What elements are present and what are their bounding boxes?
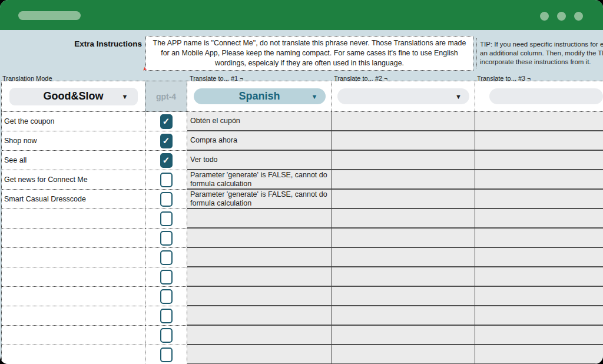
source-text-cell[interactable] bbox=[2, 248, 145, 267]
translation-3-cell[interactable] bbox=[475, 326, 603, 345]
source-text-cell[interactable] bbox=[2, 229, 145, 248]
table-row bbox=[2, 209, 603, 229]
source-text-cell[interactable] bbox=[2, 345, 145, 364]
tip-line: an additional column. Then, modify the T… bbox=[480, 49, 603, 58]
dropdown-row: Good&Slow ▼ gpt-4 Spanish ▼ ▼ bbox=[1, 81, 603, 112]
row-checkbox[interactable] bbox=[160, 231, 173, 246]
row-checkbox[interactable] bbox=[160, 192, 173, 207]
row-checkbox[interactable] bbox=[160, 173, 173, 187]
translation-2-cell[interactable] bbox=[332, 248, 475, 267]
translation-3-cell[interactable] bbox=[475, 287, 603, 306]
translation-1-cell[interactable]: Ver todo bbox=[187, 151, 332, 170]
table-row bbox=[2, 229, 603, 248]
translation-2-cell[interactable] bbox=[332, 267, 475, 287]
checkbox-cell bbox=[145, 345, 187, 364]
source-text-cell[interactable] bbox=[2, 326, 145, 345]
app-window: Extra Instructions The APP name is "Conn… bbox=[0, 0, 603, 364]
table-row: Shop now ✓ Compra ahora bbox=[2, 131, 603, 151]
checkbox-cell bbox=[145, 326, 187, 345]
source-text-cell[interactable]: See all bbox=[2, 151, 145, 170]
language-2-dropdown[interactable]: ▼ bbox=[337, 88, 469, 104]
translation-2-cell[interactable] bbox=[332, 112, 475, 131]
row-checkbox[interactable] bbox=[160, 348, 173, 362]
source-text-cell[interactable]: Smart Casual Dresscode bbox=[2, 190, 145, 209]
menu-dots-icon[interactable] bbox=[540, 12, 583, 21]
source-text-cell[interactable] bbox=[2, 267, 145, 287]
source-text-cell[interactable]: Shop now bbox=[2, 131, 145, 151]
row-checkbox[interactable] bbox=[160, 250, 173, 265]
checkbox-cell: ✓ bbox=[145, 112, 187, 131]
translation-3-cell[interactable] bbox=[475, 306, 603, 326]
translation-1-cell[interactable] bbox=[187, 248, 332, 267]
translation-2-cell[interactable] bbox=[332, 326, 475, 345]
language-3-dropdown[interactable] bbox=[489, 88, 603, 104]
translation-1-cell[interactable]: Obtén el cupón bbox=[187, 112, 332, 131]
checkbox-cell bbox=[145, 306, 187, 326]
translation-1-cell[interactable] bbox=[187, 326, 332, 345]
translation-2-cell[interactable] bbox=[332, 209, 475, 229]
table-row bbox=[2, 267, 603, 287]
translation-2-cell[interactable] bbox=[332, 190, 475, 209]
translation-2-cell[interactable] bbox=[332, 151, 475, 170]
row-checkbox[interactable] bbox=[160, 328, 173, 343]
row-checkbox[interactable] bbox=[160, 211, 173, 226]
translation-1-cell[interactable] bbox=[187, 306, 332, 326]
checkbox-cell: ✓ bbox=[145, 151, 187, 170]
translation-3-cell[interactable] bbox=[475, 131, 603, 151]
row-checkbox[interactable] bbox=[160, 289, 173, 304]
source-text-cell[interactable] bbox=[2, 306, 145, 326]
source-text-cell[interactable] bbox=[2, 209, 145, 229]
translation-mode-dropdown[interactable]: Good&Slow ▼ bbox=[9, 88, 138, 105]
table-row bbox=[2, 306, 603, 326]
table-row: Get the coupon ✓ Obtén el cupón bbox=[2, 112, 603, 131]
chevron-down-icon: ▼ bbox=[122, 93, 128, 100]
translation-1-cell[interactable] bbox=[187, 345, 332, 364]
language-1-dropdown[interactable]: Spanish ▼ bbox=[194, 88, 326, 104]
translation-2-cell[interactable] bbox=[332, 170, 475, 190]
translation-1-cell[interactable]: Compra ahora bbox=[187, 131, 332, 151]
row-checkbox[interactable] bbox=[160, 309, 173, 323]
dot-icon bbox=[557, 12, 566, 21]
translation-2-cell[interactable] bbox=[332, 306, 475, 326]
translation-1-cell[interactable] bbox=[187, 267, 332, 287]
source-text-cell[interactable]: Get news for Connect Me bbox=[2, 170, 145, 190]
extra-instructions-input[interactable]: The APP name is "Connect Me", do not tra… bbox=[145, 36, 473, 71]
extra-instructions-label: Extra Instructions bbox=[0, 39, 142, 48]
table-row bbox=[2, 287, 603, 306]
tip-line: incorporate these instructions from it. bbox=[480, 58, 603, 67]
table-row bbox=[2, 345, 603, 364]
translation-1-cell[interactable] bbox=[187, 229, 332, 248]
chevron-down-icon: ▼ bbox=[455, 93, 462, 100]
translation-3-cell[interactable] bbox=[475, 267, 603, 287]
translation-1-cell[interactable]: Parameter 'generate' is FALSE, cannot do… bbox=[187, 190, 332, 209]
source-text-cell[interactable]: Get the coupon bbox=[2, 112, 145, 131]
row-checkbox[interactable]: ✓ bbox=[160, 153, 173, 168]
address-pill-icon bbox=[18, 11, 81, 20]
row-checkbox[interactable] bbox=[160, 270, 173, 284]
row-checkbox[interactable]: ✓ bbox=[160, 114, 173, 129]
translation-2-cell[interactable] bbox=[332, 229, 475, 248]
dot-icon bbox=[540, 12, 549, 21]
translation-3-cell[interactable] bbox=[475, 190, 603, 209]
translation-3-cell[interactable] bbox=[475, 170, 603, 190]
table-row bbox=[2, 326, 603, 345]
translation-2-cell[interactable] bbox=[332, 345, 475, 364]
translation-2-cell[interactable] bbox=[332, 287, 475, 306]
source-text-cell[interactable] bbox=[2, 287, 145, 306]
translation-1-cell[interactable] bbox=[187, 209, 332, 229]
table-row: See all ✓ Ver todo bbox=[2, 151, 603, 170]
checkbox-cell bbox=[145, 229, 187, 248]
translation-3-cell[interactable] bbox=[475, 229, 603, 248]
translation-3-cell[interactable] bbox=[475, 151, 603, 170]
table-row: Smart Casual Dresscode Parameter 'genera… bbox=[2, 190, 603, 209]
translation-3-cell[interactable] bbox=[475, 209, 603, 229]
browser-titlebar bbox=[0, 0, 603, 30]
translation-table: Get the coupon ✓ Obtén el cupón Shop now… bbox=[1, 112, 603, 364]
translation-1-cell[interactable] bbox=[187, 287, 332, 306]
translation-2-cell[interactable] bbox=[332, 131, 475, 151]
row-checkbox[interactable]: ✓ bbox=[160, 134, 173, 148]
translation-1-cell[interactable]: Parameter 'generate' is FALSE, cannot do… bbox=[187, 170, 332, 190]
translation-3-cell[interactable] bbox=[475, 345, 603, 364]
translation-3-cell[interactable] bbox=[475, 112, 603, 131]
translation-3-cell[interactable] bbox=[475, 248, 603, 267]
